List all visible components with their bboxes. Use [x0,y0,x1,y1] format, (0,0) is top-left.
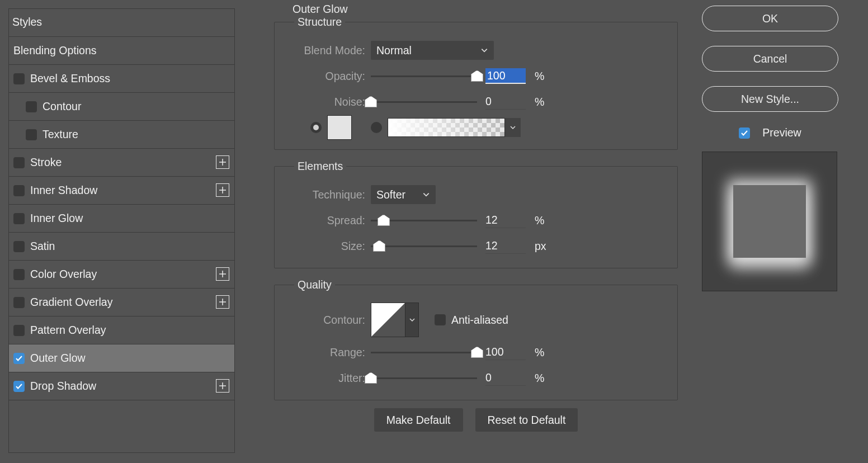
spread-field[interactable]: 12 [485,212,526,228]
style-row-satin[interactable]: Satin [9,233,234,261]
style-checkbox[interactable] [13,73,25,84]
style-checkbox[interactable] [26,101,37,112]
noise-slider[interactable] [371,101,477,103]
range-slider[interactable] [371,352,477,353]
style-row-pattern-overlay[interactable]: Pattern Overlay [9,316,234,344]
style-label: Texture [43,128,78,141]
technique-select[interactable]: Softer [371,185,436,204]
style-checkbox[interactable] [26,129,37,140]
style-checkbox[interactable] [13,185,25,196]
anti-aliased-checkbox[interactable] [435,314,446,325]
color-radio[interactable] [310,122,322,133]
preview-checkbox[interactable] [739,127,750,139]
style-label: Drop Shadow [30,380,96,393]
chevron-down-icon [510,124,516,131]
range-label: Range: [282,346,365,359]
style-checkbox[interactable] [13,157,25,168]
range-unit: % [535,346,551,359]
style-checkbox[interactable] [13,325,25,336]
size-slider[interactable] [371,245,477,247]
style-row-color-overlay[interactable]: Color Overlay [9,261,234,289]
plus-icon [219,158,227,166]
style-label: Pattern Overlay [30,324,106,337]
gradient-radio[interactable] [371,122,382,133]
styles-header: Styles [9,9,234,37]
spread-label: Spread: [282,214,365,227]
style-row-inner-glow[interactable]: Inner Glow [9,205,234,233]
check-icon [740,129,748,137]
gradient-dropdown[interactable] [505,118,521,137]
add-instance-button[interactable] [216,295,229,309]
spread-slider[interactable] [371,220,477,221]
style-row-inner-shadow[interactable]: Inner Shadow [9,177,234,205]
size-unit: px [535,240,551,253]
style-row-bevel-emboss[interactable]: Bevel & Emboss [9,65,234,93]
style-checkbox[interactable] [13,297,25,308]
spread-unit: % [535,214,551,227]
cancel-button[interactable]: Cancel [702,46,838,72]
style-label: Contour [43,100,81,113]
blending-options-row[interactable]: Blending Options [9,37,234,65]
size-field[interactable]: 12 [485,238,526,254]
reset-default-button[interactable]: Reset to Default [475,408,578,432]
contour-swatch[interactable] [371,303,405,337]
gradient-swatch[interactable] [388,118,505,137]
technique-value: Softer [376,188,405,201]
jitter-slider[interactable] [371,377,477,379]
elements-legend: Elements [294,160,346,173]
style-row-outer-glow[interactable]: Outer Glow [9,344,234,372]
blend-mode-select[interactable]: Normal [371,41,494,60]
glow-color-swatch[interactable] [327,115,352,140]
add-instance-button[interactable] [216,155,229,169]
make-default-button[interactable]: Make Default [374,408,463,432]
style-row-gradient-overlay[interactable]: Gradient Overlay [9,289,234,316]
check-icon [15,355,23,362]
styles-panel: Styles Blending Options Bevel & EmbossCo… [8,8,235,453]
range-field[interactable]: 100 [485,344,526,360]
noise-field[interactable]: 0 [485,94,526,110]
preview-box [702,152,837,291]
style-row-stroke[interactable]: Stroke [9,149,234,177]
noise-unit: % [535,96,551,108]
new-style-button[interactable]: New Style... [702,86,838,112]
noise-label: Noise: [282,96,365,108]
anti-aliased-label: Anti-aliased [451,314,508,327]
jitter-label: Jitter: [282,372,365,385]
style-checkbox[interactable] [13,213,25,224]
add-instance-button[interactable] [216,183,229,197]
structure-group: Structure Blend Mode: Normal Opacity: 10… [274,16,678,150]
preview-swatch [733,185,806,258]
style-label: Inner Glow [30,212,83,225]
style-checkbox[interactable] [13,241,25,252]
style-checkbox[interactable] [13,381,25,392]
technique-label: Technique: [282,188,365,201]
add-instance-button[interactable] [216,379,229,393]
style-row-texture[interactable]: Texture [9,121,234,149]
style-label: Stroke [30,156,62,169]
style-checkbox[interactable] [13,353,25,364]
blend-mode-value: Normal [376,44,412,57]
ok-button[interactable]: OK [702,6,838,31]
style-label: Color Overlay [30,268,97,281]
plus-icon [219,270,227,278]
style-row-contour[interactable]: Contour [9,93,234,121]
structure-legend: Structure [294,16,345,29]
opacity-label: Opacity: [282,70,365,83]
opacity-slider[interactable] [371,75,477,77]
style-checkbox[interactable] [13,269,25,280]
opacity-field[interactable]: 100 [485,68,526,84]
styles-header-label: Styles [12,16,42,28]
style-label: Bevel & Emboss [30,72,110,85]
quality-legend: Quality [294,278,335,291]
jitter-field[interactable]: 0 [485,370,526,386]
style-label: Inner Shadow [30,184,97,197]
blend-mode-label: Blend Mode: [282,44,365,57]
add-instance-button[interactable] [216,267,229,281]
chevron-down-icon [422,191,430,199]
contour-dropdown[interactable] [405,303,419,337]
plus-icon [219,298,227,306]
panel-title: Outer Glow [293,3,348,16]
style-row-drop-shadow[interactable]: Drop Shadow [9,372,234,400]
check-icon [15,382,23,390]
contour-label: Contour: [282,314,365,327]
